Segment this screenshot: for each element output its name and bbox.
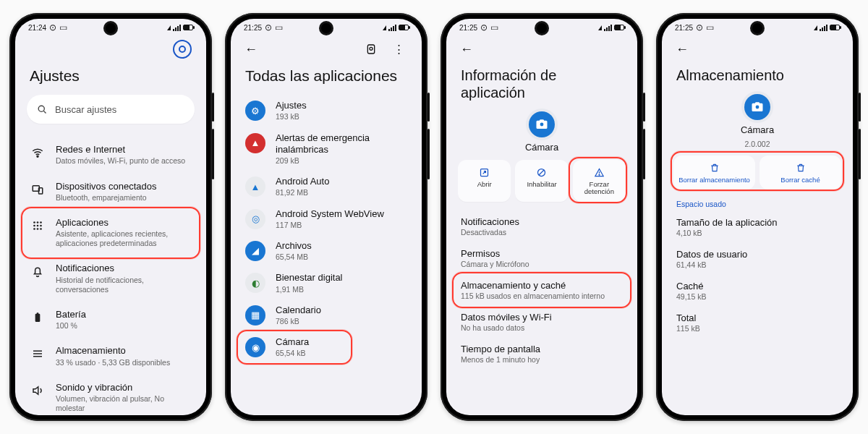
status-time: 21:25	[244, 24, 262, 32]
row-title: Permisos	[461, 248, 623, 259]
app-info-row[interactable]: Tiempo de pantalla Menos de 1 minuto hoy	[458, 338, 626, 370]
search-icon[interactable]	[358, 36, 384, 62]
svg-point-27	[756, 106, 760, 109]
back-button[interactable]: ←	[669, 36, 695, 62]
app-version: 2.0.002	[744, 140, 770, 148]
svg-point-11	[33, 228, 35, 230]
app-size: 1,91 MB	[276, 285, 407, 294]
app-icon: ⚙	[245, 101, 265, 121]
row-subtitle: Cámara y Micrófono	[461, 260, 623, 268]
svg-rect-15	[37, 312, 39, 314]
status-time: 21:25	[675, 24, 693, 32]
app-row[interactable]: ▦ Calendario 786 kB	[242, 299, 410, 331]
camera-notch	[537, 23, 547, 33]
app-info-row[interactable]: Almacenamiento y caché 115 kB usados en …	[458, 274, 626, 306]
trash-icon	[710, 163, 720, 173]
row-title: Aplicaciones	[56, 217, 192, 229]
row-subtitle: Menos de 1 minuto hoy	[461, 355, 623, 364]
app-icon: ◐	[245, 273, 265, 293]
row-title: Tiempo de pantalla	[461, 344, 623, 354]
settings-row-sound[interactable]: Sonido y vibración Volumen, vibración al…	[27, 375, 195, 415]
app-name: Calendario	[276, 305, 407, 316]
clear-row: Borrar almacenamiento Borrar caché	[673, 156, 841, 190]
app-row[interactable]: ⚙ Ajustes 193 kB	[242, 95, 410, 127]
profile-button[interactable]	[173, 40, 192, 59]
svg-rect-19	[367, 45, 374, 54]
camera-notch	[321, 23, 331, 33]
clear-cache-button[interactable]: Borrar caché	[760, 156, 841, 190]
app-size: 786 kB	[276, 317, 407, 326]
signal-icon	[167, 25, 171, 30]
app-info-list: Notificaciones DesactivadasPermisos Cáma…	[458, 210, 626, 370]
settings-row-storage[interactable]: Almacenamiento 33 % usado · 5,33 GB disp…	[27, 338, 195, 374]
phone-all-apps: 21:25 ⊙▭ ← ⋮ Todas las aplicaciones ⚙ Aj…	[225, 13, 427, 421]
camera-icon	[529, 111, 555, 137]
app-row[interactable]: ◎ Android System WebView 117 MB	[242, 203, 410, 235]
svg-rect-14	[35, 314, 41, 322]
app-row[interactable]: ▲ Android Auto 81,92 MB	[242, 171, 410, 203]
app-info-row[interactable]: Permisos Cámara y Micrófono	[458, 242, 626, 274]
page-title: Almacenamiento	[673, 67, 841, 84]
app-icon: ▲	[245, 133, 265, 153]
row-value: 4,10 kB	[676, 229, 838, 237]
row-subtitle: Datos móviles, Wi-Fi, punto de acceso	[56, 156, 192, 166]
app-info-row[interactable]: Notificaciones Desactivadas	[458, 210, 626, 242]
trash-icon	[796, 163, 806, 173]
svg-point-13	[40, 228, 42, 230]
settings-row-devices[interactable]: Dispositivos conectados Bluetooth, empar…	[27, 174, 195, 210]
app-size: 65,54 MB	[276, 252, 407, 262]
svg-point-5	[33, 221, 35, 224]
back-button[interactable]: ←	[454, 36, 480, 62]
settings-row-notif[interactable]: Notificaciones Historial de notificacion…	[27, 255, 195, 302]
app-row[interactable]: ◐ Bienestar digital 1,91 MB	[242, 267, 410, 299]
search-icon	[37, 104, 48, 115]
screen: 21:24 ⊙ ▭ Ajustes Buscar ajustes Red	[15, 19, 206, 415]
app-name: Android Auto	[276, 176, 407, 187]
force-stop-button[interactable]: Forzar detención	[573, 160, 626, 202]
open-button[interactable]: Abrir	[458, 160, 511, 202]
action-row: Abrir Inhabilitar Forzar detención	[458, 160, 626, 202]
storage-row: Caché 49,15 kB	[673, 275, 841, 307]
devices-icon	[30, 182, 46, 197]
warning-icon	[594, 167, 605, 178]
app-row[interactable]: ◢ Archivos 65,54 MB	[242, 235, 410, 267]
svg-point-10	[40, 225, 42, 227]
search-placeholder: Buscar ajustes	[55, 104, 116, 115]
page-title: Información de aplicación	[458, 67, 626, 101]
sound-icon	[30, 383, 46, 399]
status-icon: ▭	[59, 22, 67, 33]
storage-row: Datos de usuario 61,44 kB	[673, 243, 841, 275]
row-value: 115 kB	[676, 324, 838, 333]
section-label: Espacio usado	[676, 200, 841, 208]
page-title: Todas las aplicaciones	[242, 67, 410, 85]
app-name: Alertas de emergencia inalámbricas	[276, 132, 407, 156]
row-title: Redes e Internet	[56, 144, 192, 156]
search-input[interactable]: Buscar ajustes	[27, 95, 195, 124]
clear-storage-button[interactable]: Borrar almacenamiento	[673, 156, 755, 190]
settings-row-battery[interactable]: Batería 100 %	[27, 302, 195, 338]
app-size: 65,54 kB	[276, 349, 407, 358]
svg-line-1	[43, 111, 46, 113]
app-info-row[interactable]: Datos móviles y Wi-Fi No ha usado datos	[458, 306, 626, 338]
app-icon: ▦	[245, 305, 265, 326]
row-subtitle: Volumen, vibración al pulsar, No molesta…	[56, 394, 192, 413]
storage-row: Tamaño de la aplicación 4,10 kB	[673, 211, 841, 243]
overflow-menu-icon[interactable]: ⋮	[386, 36, 412, 62]
back-button[interactable]: ←	[238, 36, 264, 62]
settings-list: Redes e Internet Datos móviles, Wi-Fi, p…	[27, 137, 195, 415]
settings-row-wifi[interactable]: Redes e Internet Datos móviles, Wi-Fi, p…	[27, 137, 195, 173]
app-row[interactable]: ▲ Alertas de emergencia inalámbricas 209…	[242, 127, 410, 171]
app-size: 81,92 MB	[276, 188, 407, 197]
row-subtitle: 33 % usado · 5,33 GB disponibles	[56, 358, 192, 367]
row-subtitle: Historial de notificaciones, conversacio…	[56, 276, 192, 294]
disable-button[interactable]: Inhabilitar	[515, 160, 568, 202]
app-row[interactable]: ◉ Cámara 65,54 kB	[242, 331, 410, 363]
settings-row-apps[interactable]: Aplicaciones Asistente, aplicaciones rec…	[27, 210, 195, 256]
app-hero: Cámara 2.0.002	[673, 94, 841, 148]
row-title: Notificaciones	[56, 263, 192, 274]
status-time: 21:24	[28, 24, 46, 32]
row-title: Dispositivos conectados	[56, 181, 192, 192]
row-title: Sonido y vibración	[56, 382, 192, 393]
svg-point-7	[40, 221, 42, 224]
apps-icon	[30, 218, 46, 234]
